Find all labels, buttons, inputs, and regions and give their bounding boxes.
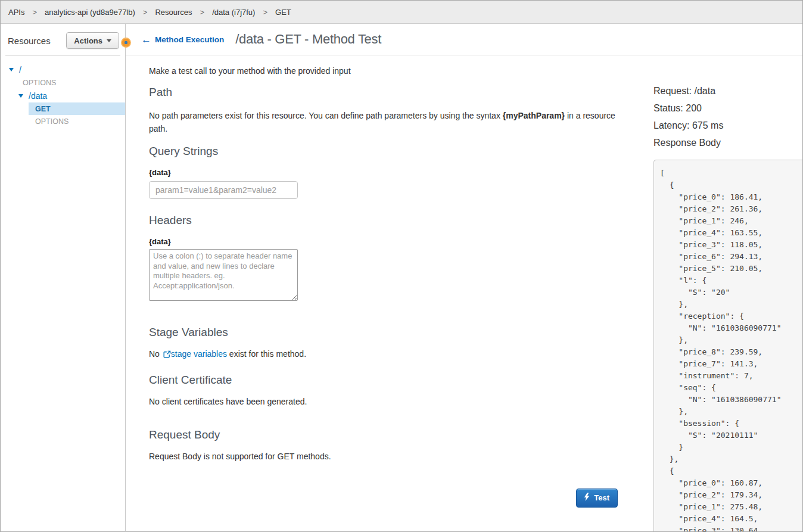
test-form-column: Make a test call to your method with the… [149, 55, 618, 532]
resource-tree: / OPTIONS /data GET OPTIONS [1, 63, 125, 128]
method-label-options: OPTIONS [23, 79, 56, 87]
tree-item-data-resource[interactable]: /data [1, 89, 125, 102]
method-execution-back-link[interactable]: ← Method Execution [141, 35, 224, 45]
sidebar-title: Resources [8, 36, 51, 46]
panel-splitter-handle[interactable] [121, 38, 131, 48]
breadcrumb-item-resources[interactable]: Resources [155, 8, 192, 17]
resource-link-data[interactable]: /data [29, 91, 47, 101]
breadcrumb-separator: > [200, 8, 205, 17]
breadcrumb-item-data-resource[interactable]: /data (i7j7fu) [212, 8, 255, 17]
stage-variables-heading: Stage Variables [149, 326, 618, 339]
request-body-text: Request Body is not supported for GET me… [149, 452, 618, 461]
headers-textarea[interactable] [149, 249, 298, 301]
breadcrumb-separator: > [32, 8, 37, 17]
method-label-get: GET [35, 105, 51, 113]
intro-text: Make a test call to your method with the… [149, 66, 618, 76]
stage-variables-link[interactable]: stage variables [171, 349, 227, 359]
tree-item-data-get-selected[interactable]: GET [29, 102, 125, 115]
breadcrumb-separator: > [143, 8, 148, 17]
method-label-options: OPTIONS [35, 117, 69, 126]
query-string-input[interactable] [149, 181, 298, 199]
resource-link-root[interactable]: / [19, 65, 21, 74]
response-body-box: [ { "price_0": 186.41, "price_2": 261.36… [653, 160, 803, 532]
test-button[interactable]: Test [576, 489, 618, 508]
method-test-header: ← Method Execution /data - GET - Method … [126, 24, 803, 55]
tree-item-data-options[interactable]: OPTIONS [1, 115, 125, 128]
chevron-down-icon [107, 39, 111, 42]
status-result: Status: 200 [653, 102, 803, 114]
test-results-panel: Request: /data Status: 200 Latency: 675 … [653, 55, 803, 532]
path-description: No path parameters exist for this resour… [149, 109, 618, 135]
query-strings-heading: Query Strings [149, 145, 618, 158]
back-arrow-icon: ← [141, 35, 151, 45]
main-panel: ← Method Execution /data - GET - Method … [126, 24, 803, 531]
response-body-heading: Response Body [653, 137, 803, 148]
latency-result: Latency: 675 ms [653, 120, 803, 131]
external-link-icon [163, 350, 171, 360]
page-title: /data - GET - Method Test [235, 32, 381, 47]
resources-sidebar: Resources Actions / OPTIONS /data [1, 24, 126, 531]
response-body-json: [ { "price_0": 186.41, "price_2": 261.36… [660, 167, 803, 532]
sidebar-divider [5, 55, 120, 56]
test-button-label: Test [594, 493, 609, 502]
client-certificate-text: No client certificates have been generat… [149, 397, 618, 406]
lightning-bolt-icon [584, 493, 590, 503]
path-heading: Path [149, 86, 618, 99]
caret-down-icon[interactable] [18, 94, 23, 98]
breadcrumb-item-get[interactable]: GET [275, 8, 291, 17]
path-param-syntax: {myPathParam} [503, 111, 565, 120]
breadcrumb-item-apis[interactable]: APIs [8, 8, 24, 17]
caret-down-icon[interactable] [9, 68, 14, 71]
app-window: APIs > analytics-api (yd8a9e77lb) > Reso… [0, 0, 803, 532]
breadcrumb-item-api-name[interactable]: analytics-api (yd8a9e77lb) [45, 8, 135, 17]
headers-param-label: {data} [149, 237, 618, 246]
request-body-heading: Request Body [149, 428, 618, 441]
client-certificate-heading: Client Certificate [149, 374, 618, 387]
actions-button-label: Actions [74, 36, 102, 45]
tree-item-root-resource[interactable]: / [1, 63, 125, 76]
request-result: Request: /data [653, 85, 803, 97]
headers-heading: Headers [149, 214, 618, 227]
breadcrumb: APIs > analytics-api (yd8a9e77lb) > Reso… [1, 1, 802, 24]
stage-variables-text: No stage variables exist for this method… [149, 349, 618, 360]
back-link-label: Method Execution [155, 35, 224, 44]
tree-item-root-options[interactable]: OPTIONS [1, 76, 125, 89]
query-param-label: {data} [149, 168, 618, 177]
actions-button[interactable]: Actions [66, 32, 119, 49]
breadcrumb-separator: > [263, 8, 267, 17]
